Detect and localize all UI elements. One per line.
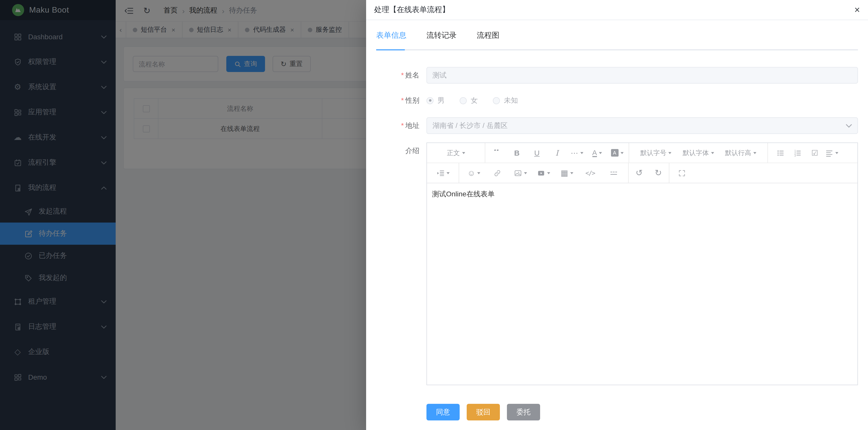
paragraph-style-label: 正文 <box>447 148 460 157</box>
divider-icon[interactable] <box>605 166 622 180</box>
font-size-dropdown[interactable]: 默认字号 <box>641 146 672 160</box>
redo-icon[interactable]: ↻ <box>650 166 667 180</box>
font-color-glyph: A <box>592 149 597 157</box>
drawer-tabs: 表单信息 流转记录 流程图 <box>366 20 868 50</box>
label-text: 姓名 <box>405 71 420 79</box>
drawer-actions: 同意 驳回 委托 <box>366 394 868 421</box>
caret-down-icon <box>835 152 838 154</box>
required-asterisk: * <box>401 71 404 79</box>
table-glyph: ▦ <box>560 168 568 178</box>
label-text: 性别 <box>405 96 420 104</box>
close-icon[interactable]: × <box>855 5 860 15</box>
underline-icon[interactable]: U <box>528 146 546 160</box>
radio-label: 女 <box>471 96 478 105</box>
todo-glyph: ☑ <box>811 148 818 157</box>
tab-flow-diagram[interactable]: 流程图 <box>477 30 499 40</box>
address-select[interactable]: 湖南省 / 长沙市 / 岳麓区 <box>427 117 858 134</box>
form-row-intro: 介绍 正文 “ B U <box>366 143 868 385</box>
required-asterisk: * <box>401 121 404 130</box>
bold-icon[interactable]: B <box>508 146 526 160</box>
form-row-gender: *性别 男 女 未知 <box>366 92 868 109</box>
tab-flow-records[interactable]: 流转记录 <box>427 30 457 40</box>
bg-color-icon[interactable]: A <box>609 146 626 160</box>
font-size-label: 默认字号 <box>641 148 666 157</box>
rich-text-editor: 正文 “ B U I ⋯ A A <box>427 143 858 385</box>
emoji-icon[interactable]: ☺ <box>465 166 483 180</box>
italic-icon[interactable]: I <box>549 146 565 160</box>
radio-unknown[interactable]: 未知 <box>493 96 518 105</box>
editor-text: 测试Online在线表单 <box>432 190 495 198</box>
modal-overlay[interactable] <box>0 0 366 430</box>
approve-button[interactable]: 同意 <box>427 404 460 421</box>
radio-label: 未知 <box>504 96 518 105</box>
font-color-icon[interactable]: A <box>589 146 606 160</box>
caret-down-icon <box>477 172 480 174</box>
align-dropdown-icon[interactable] <box>823 146 840 160</box>
toolbar-group-paragraph: 正文 <box>427 143 485 163</box>
font-family-dropdown[interactable]: 默认字体 <box>683 146 714 160</box>
radio-male[interactable]: 男 <box>427 96 444 105</box>
toolbar-group-view <box>669 163 858 183</box>
toolbar-group-font: 默认字号 默认字体 默认行高 <box>629 143 768 163</box>
quote-icon[interactable]: “ <box>488 146 505 160</box>
chevron-down-icon <box>846 124 852 127</box>
form-row-name: *姓名 测试 <box>366 67 868 84</box>
delegate-button[interactable]: 委托 <box>507 404 540 421</box>
tabs-track-line <box>376 49 858 50</box>
reject-button[interactable]: 驳回 <box>467 404 500 421</box>
radio-female[interactable]: 女 <box>460 96 478 105</box>
caret-down-icon <box>462 152 465 154</box>
caret-down-icon <box>580 152 583 154</box>
bold-glyph: B <box>514 148 520 157</box>
name-value: 测试 <box>433 71 446 80</box>
todo-list-icon[interactable]: ☑ <box>806 146 823 160</box>
toolbar-group-inline: “ B U I ⋯ A A <box>485 143 629 163</box>
required-asterisk: * <box>401 96 404 104</box>
svg-text:3: 3 <box>794 154 796 157</box>
paragraph-style-dropdown[interactable]: 正文 <box>447 146 465 160</box>
italic-glyph: I <box>555 148 558 157</box>
font-family-label: 默认字体 <box>683 148 709 157</box>
caret-down-icon <box>620 152 623 154</box>
address-label: *地址 <box>366 117 427 134</box>
drawer-header: 处理【在线表单流程】 × <box>366 0 868 20</box>
bullet-list-icon[interactable] <box>772 146 789 160</box>
gender-radio-group: 男 女 未知 <box>427 92 858 109</box>
more-styles-icon[interactable]: ⋯ <box>568 146 586 160</box>
label-text: 地址 <box>405 121 420 130</box>
caret-down-icon <box>669 152 672 154</box>
radio-label: 男 <box>437 96 444 105</box>
process-drawer: 处理【在线表单流程】 × 表单信息 流转记录 流程图 *姓名 测试 <box>366 0 868 430</box>
code-glyph: </> <box>585 169 595 176</box>
form-row-address: *地址 湖南省 / 长沙市 / 岳麓区 <box>366 117 868 134</box>
video-icon[interactable] <box>535 166 552 180</box>
editor-content[interactable]: 测试Online在线表单 <box>427 183 858 385</box>
more-glyph: ⋯ <box>571 148 578 157</box>
caret-down-icon <box>711 152 714 154</box>
name-field[interactable]: 测试 <box>427 67 858 84</box>
gender-label: *性别 <box>366 92 427 109</box>
emoji-glyph: ☺ <box>467 168 475 177</box>
tabs-active-bar <box>376 49 405 50</box>
link-icon[interactable] <box>489 166 506 180</box>
radio-checked-icon <box>427 97 434 104</box>
code-icon[interactable]: </> <box>582 166 599 180</box>
table-icon[interactable]: ▦ <box>558 166 576 180</box>
image-icon[interactable] <box>512 166 529 180</box>
indent-dropdown-icon[interactable] <box>434 166 451 180</box>
fullscreen-icon[interactable] <box>673 166 690 180</box>
toolbar-group-indent <box>427 163 459 183</box>
app-window: Maku Boot Dashboard 权限管理 ⚙ 系统设置 应用管理 <box>0 0 868 430</box>
toolbar-group-insert: ☺ ▦ </> <box>459 163 629 183</box>
line-height-dropdown[interactable]: 默认行高 <box>725 146 756 160</box>
ordered-list-icon[interactable]: 123 <box>789 146 806 160</box>
toolbar-group-history: ↺ ↻ <box>629 163 669 183</box>
radio-unchecked-icon <box>460 97 467 104</box>
address-value: 湖南省 / 长沙市 / 岳麓区 <box>433 121 508 130</box>
underline-glyph: U <box>534 148 539 157</box>
redo-glyph: ↻ <box>655 168 662 178</box>
undo-icon[interactable]: ↺ <box>631 166 648 180</box>
tab-form-info[interactable]: 表单信息 <box>376 30 406 40</box>
caret-down-icon <box>570 172 573 174</box>
intro-label: 介绍 <box>366 143 427 385</box>
